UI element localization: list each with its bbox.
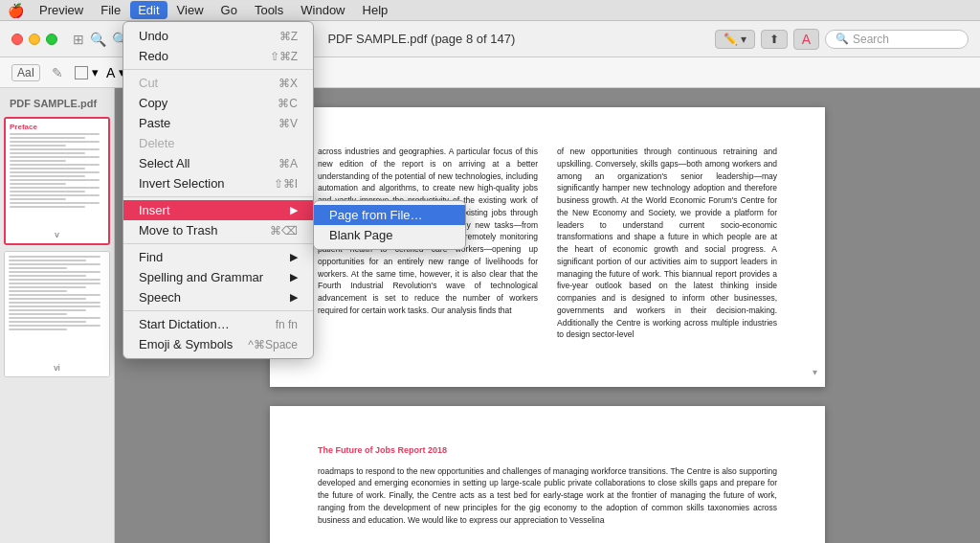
emoji-label: Emoji & Symbols — [139, 337, 233, 351]
invert-selection-shortcut: ⇧⌘I — [274, 177, 298, 191]
menu-select-all[interactable]: Select All ⌘A — [123, 153, 313, 173]
markup-btn[interactable]: A — [793, 29, 819, 50]
menu-redo[interactable]: Redo ⇧⌘Z — [123, 46, 313, 66]
submenu-page-from-file[interactable]: Page from File… — [314, 205, 465, 225]
copy-shortcut: ⌘C — [278, 97, 298, 110]
redo-label: Redo — [139, 49, 168, 63]
thumb-line — [9, 279, 100, 281]
toolbar-right: ✏️ ▾ ⬆ A 🔍 Search — [715, 29, 969, 50]
sidebar-toggle-icon[interactable]: ⊞ — [73, 32, 84, 47]
pen-tool-btn[interactable]: ✏️ ▾ — [715, 30, 755, 49]
sep2 — [123, 196, 313, 197]
thumb-line — [10, 156, 100, 158]
menu-cut[interactable]: Cut ⌘X — [123, 73, 313, 93]
thumb-line — [10, 152, 85, 154]
text-size-btn[interactable]: AaI — [11, 64, 40, 81]
pencil-icon[interactable]: ✎ — [52, 65, 63, 80]
edit-dropdown-menu[interactable]: Undo ⌘Z Redo ⇧⌘Z Cut ⌘X Copy ⌘C Paste ⌘V… — [122, 21, 314, 359]
menu-preview[interactable]: Preview — [32, 1, 91, 19]
dictation-label: Start Dictation… — [139, 317, 230, 331]
pdf-col-right: of new opportunities through continuous … — [557, 146, 777, 349]
thumb-line — [9, 325, 100, 327]
thumb-line — [10, 160, 66, 162]
thumb-line — [10, 133, 100, 135]
sep4 — [123, 310, 313, 311]
pdf-page2-title: The Future of Jobs Report 2018 — [318, 444, 777, 458]
thumb-line — [10, 148, 100, 150]
insert-submenu-arrow: ▶ — [290, 204, 298, 216]
menu-dictation[interactable]: Start Dictation… fn fn — [123, 314, 313, 334]
thumb-line — [10, 202, 100, 204]
thumb-line — [10, 198, 66, 200]
menu-copy[interactable]: Copy ⌘C — [123, 93, 313, 113]
thumb-line — [10, 141, 100, 143]
thumb-line — [10, 187, 100, 189]
blank-page-label: Blank Page — [329, 228, 393, 242]
rect-icon — [75, 66, 88, 79]
search-box[interactable]: 🔍 Search — [825, 30, 969, 49]
share-btn[interactable]: ⬆ — [761, 30, 788, 49]
minimize-button[interactable] — [29, 34, 40, 45]
menu-delete[interactable]: Delete — [123, 133, 313, 153]
pdf-page2-body: roadmaps to respond to the new opportuni… — [318, 465, 777, 527]
menu-emoji-symbols[interactable]: Emoji & Symbols ^⌘Space — [123, 334, 313, 354]
delete-label: Delete — [139, 136, 175, 150]
thumb-line — [10, 164, 100, 166]
paste-label: Paste — [139, 116, 170, 130]
thumb-line — [10, 137, 85, 139]
thumb-line — [10, 168, 85, 170]
menu-help[interactable]: Help — [355, 1, 396, 19]
thumb-line — [9, 263, 100, 265]
thumb-line — [9, 283, 100, 284]
thumb-line — [10, 145, 66, 147]
find-arrow: ▶ — [290, 251, 298, 263]
sidebar-title: PDF SAMPLE.pdf — [4, 96, 110, 111]
thumb-line — [10, 183, 66, 185]
menu-paste[interactable]: Paste ⌘V — [123, 113, 313, 133]
insert-submenu[interactable]: Page from File… Blank Page — [313, 200, 466, 250]
sep1 — [123, 69, 313, 70]
menu-speech[interactable]: Speech ▶ — [123, 287, 313, 307]
thumb-line — [10, 175, 85, 177]
menu-view[interactable]: View — [169, 1, 212, 19]
thumb-line — [9, 286, 86, 288]
sep3 — [123, 243, 313, 244]
menu-move-to-trash[interactable]: Move to Trash ⌘⌫ — [123, 220, 313, 240]
cut-shortcut: ⌘X — [278, 77, 298, 90]
speech-label: Speech — [139, 290, 181, 305]
sidebar-page-preface[interactable]: Preface — [4, 117, 110, 245]
search-icon: 🔍 — [835, 33, 849, 45]
menu-tools[interactable]: Tools — [247, 1, 291, 19]
menu-window[interactable]: Window — [293, 1, 352, 19]
fullscreen-button[interactable] — [46, 34, 57, 45]
invert-selection-label: Invert Selection — [139, 176, 225, 191]
submenu-blank-page[interactable]: Blank Page — [314, 225, 465, 245]
select-all-shortcut: ⌘A — [278, 157, 298, 170]
apple-menu[interactable]: 🍎 — [8, 3, 24, 18]
menu-insert[interactable]: Insert ▶ Page from File… Blank Page — [123, 200, 313, 220]
close-button[interactable] — [11, 34, 23, 45]
thumb-line — [9, 275, 86, 277]
menu-bar: 🍎 Preview File Edit View Go Tools Window… — [0, 0, 980, 21]
menu-file[interactable]: File — [93, 1, 128, 19]
move-to-trash-label: Move to Trash — [139, 223, 217, 238]
menu-invert-selection[interactable]: Invert Selection ⇧⌘I — [123, 173, 313, 193]
rect-select-tool[interactable]: ▾ — [75, 65, 99, 79]
menu-edit[interactable]: Edit — [130, 1, 167, 19]
rect-dropdown: ▾ — [92, 65, 99, 79]
menu-find[interactable]: Find ▶ — [123, 247, 313, 267]
move-to-trash-shortcut: ⌘⌫ — [270, 224, 298, 238]
pdf-text-col2: of new opportunities through continuous … — [557, 146, 777, 341]
thumb-line — [9, 302, 100, 304]
thumb-line — [9, 298, 86, 300]
menu-go[interactable]: Go — [213, 1, 245, 19]
thumb-line — [10, 191, 85, 192]
zoom-out-icon[interactable]: 🔍 — [90, 32, 106, 47]
menu-undo[interactable]: Undo ⌘Z — [123, 26, 313, 46]
scroll-indicator: ▾ — [813, 365, 817, 379]
menu-spelling-grammar[interactable]: Spelling and Grammar ▶ — [123, 267, 313, 287]
thumb-line — [9, 321, 86, 323]
dictation-shortcut: fn fn — [276, 318, 298, 331]
sidebar-page-vi[interactable]: vi — [4, 251, 110, 377]
thumb-line — [9, 328, 67, 330]
